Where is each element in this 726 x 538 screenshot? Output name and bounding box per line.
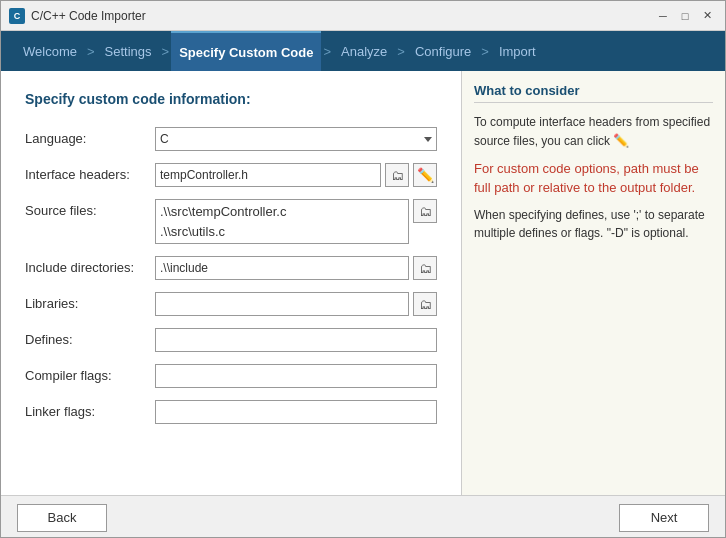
- folder-icon: 🗂: [391, 168, 404, 183]
- source-files-browse-button[interactable]: 🗂: [413, 199, 437, 223]
- nav-item-specify-custom-code[interactable]: Specify Custom Code: [171, 31, 321, 71]
- nav-sep-4: >: [395, 44, 407, 59]
- linker-flags-row: Linker flags:: [25, 400, 437, 424]
- folder-icon: 🗂: [419, 297, 432, 312]
- interface-headers-row: Interface headers: 🗂 ✏️: [25, 163, 437, 187]
- language-controls: C C++: [155, 127, 437, 151]
- title-bar-text: C/C++ Code Importer: [31, 9, 653, 23]
- nav-sep-2: >: [160, 44, 172, 59]
- interface-headers-controls: 🗂 ✏️: [155, 163, 437, 187]
- title-bar-buttons: ─ □ ✕: [653, 6, 717, 26]
- interface-headers-input[interactable]: [155, 163, 381, 187]
- nav-item-settings[interactable]: Settings: [97, 31, 160, 71]
- form-panel: Specify custom code information: Languag…: [1, 71, 461, 495]
- nav-item-import[interactable]: Import: [491, 31, 544, 71]
- nav-item-analyze[interactable]: Analyze: [333, 31, 395, 71]
- defines-controls: [155, 328, 437, 352]
- info-text-2: For custom code options, path must be fu…: [474, 159, 713, 198]
- language-select[interactable]: C C++: [155, 127, 437, 151]
- linker-flags-label: Linker flags:: [25, 400, 155, 419]
- info-panel: What to consider To compute interface he…: [461, 71, 725, 495]
- info-text-1: To compute interface headers from specif…: [474, 113, 713, 151]
- include-directories-row: Include directories: 🗂: [25, 256, 437, 280]
- include-directories-input[interactable]: [155, 256, 409, 280]
- minimize-button[interactable]: ─: [653, 6, 673, 26]
- source-files-controls: .\\src\tempController.c .\\src\utils.c 🗂: [155, 199, 437, 244]
- next-button[interactable]: Next: [619, 504, 709, 532]
- close-button[interactable]: ✕: [697, 6, 717, 26]
- folder-icon: 🗂: [419, 204, 432, 219]
- folder-icon: 🗂: [419, 261, 432, 276]
- source-files-label: Source files:: [25, 199, 155, 218]
- info-text-3: When specifying defines, use ';' to sepa…: [474, 206, 713, 242]
- defines-row: Defines:: [25, 328, 437, 352]
- nav-sep-3: >: [321, 44, 333, 59]
- nav-item-configure[interactable]: Configure: [407, 31, 479, 71]
- restore-button[interactable]: □: [675, 6, 695, 26]
- libraries-label: Libraries:: [25, 292, 155, 311]
- defines-input[interactable]: [155, 328, 437, 352]
- back-button[interactable]: Back: [17, 504, 107, 532]
- main-content: Specify custom code information: Languag…: [1, 71, 725, 495]
- interface-headers-label: Interface headers:: [25, 163, 155, 182]
- title-bar: C C/C++ Code Importer ─ □ ✕: [1, 1, 725, 31]
- compiler-flags-label: Compiler flags:: [25, 364, 155, 383]
- source-files-display: .\\src\tempController.c .\\src\utils.c: [155, 199, 409, 244]
- source-files-row: Source files: .\\src\tempController.c .\…: [25, 199, 437, 244]
- linker-flags-input[interactable]: [155, 400, 437, 424]
- form-title: Specify custom code information:: [25, 91, 437, 107]
- pen-reference-icon: ✏️: [613, 133, 629, 148]
- footer: Back Next: [1, 495, 725, 538]
- libraries-browse-button[interactable]: 🗂: [413, 292, 437, 316]
- libraries-controls: 🗂: [155, 292, 437, 316]
- linker-flags-controls: [155, 400, 437, 424]
- include-directories-label: Include directories:: [25, 256, 155, 275]
- include-directories-browse-button[interactable]: 🗂: [413, 256, 437, 280]
- app-icon: C: [9, 8, 25, 24]
- include-directories-controls: 🗂: [155, 256, 437, 280]
- nav-sep-5: >: [479, 44, 491, 59]
- nav-sep-1: >: [85, 44, 97, 59]
- wizard-nav: Welcome > Settings > Specify Custom Code…: [1, 31, 725, 71]
- info-panel-title: What to consider: [474, 83, 713, 103]
- libraries-row: Libraries: 🗂: [25, 292, 437, 316]
- compiler-flags-input[interactable]: [155, 364, 437, 388]
- pen-icon: ✏️: [417, 167, 434, 183]
- compiler-flags-controls: [155, 364, 437, 388]
- libraries-input[interactable]: [155, 292, 409, 316]
- interface-headers-browse-button[interactable]: 🗂: [385, 163, 409, 187]
- nav-item-welcome[interactable]: Welcome: [15, 31, 85, 71]
- defines-label: Defines:: [25, 328, 155, 347]
- language-label: Language:: [25, 127, 155, 146]
- interface-headers-generate-button[interactable]: ✏️: [413, 163, 437, 187]
- language-row: Language: C C++: [25, 127, 437, 151]
- compiler-flags-row: Compiler flags:: [25, 364, 437, 388]
